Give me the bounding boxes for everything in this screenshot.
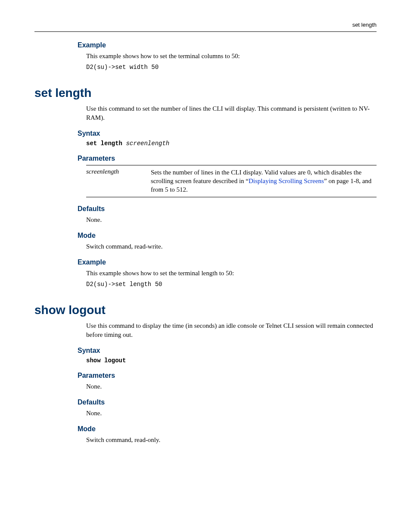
page: set length Example This example shows ho… [0,0,411,532]
mode-heading: Mode [78,232,377,240]
command-title-show-logout: show logout [34,303,377,317]
parameters-heading: Parameters [78,155,377,162]
parameter-row: screenlength Sets the number of lines in… [86,168,377,194]
command-title-set-length: set length [34,86,377,100]
example-code: D2(su)->set width 50 [86,64,377,71]
syntax-heading: Syntax [78,347,377,355]
example-code: D2(su)->set length 50 [86,281,377,288]
defaults-heading: Defaults [78,205,377,213]
example-text: This example shows how to set the termin… [86,269,377,277]
syntax-argument: screenlength [126,140,169,147]
example-heading: Example [78,41,377,49]
header-title: set length [352,22,377,28]
mode-heading: Mode [78,425,377,433]
parameters-table: screenlength Sets the number of lines in… [86,165,377,197]
command-intro: Use this command to set the number of li… [86,104,377,122]
syntax-heading: Syntax [78,130,377,137]
mode-text: Switch command, read-only. [86,436,377,444]
syntax-line: show logout [86,357,377,364]
mode-text: Switch command, read-write. [86,242,377,251]
syntax-line: set length screenlength [86,140,377,147]
param-link[interactable]: Displaying Scrolling Screens [249,177,324,184]
defaults-heading: Defaults [78,398,377,406]
example-text: This example shows how to set the termin… [86,52,377,60]
parameter-description: Sets the number of lines in the CLI disp… [151,168,377,194]
defaults-text: None. [86,409,377,417]
defaults-text: None. [86,215,377,224]
parameters-text: None. [86,382,377,391]
page-header: set length [34,22,377,32]
example-heading: Example [78,258,377,266]
parameter-name: screenlength [86,168,151,194]
command-intro: Use this command to display the time (in… [86,321,377,339]
syntax-command: set length [86,140,122,147]
syntax-command: show logout [86,357,126,364]
parameters-heading: Parameters [78,372,377,380]
